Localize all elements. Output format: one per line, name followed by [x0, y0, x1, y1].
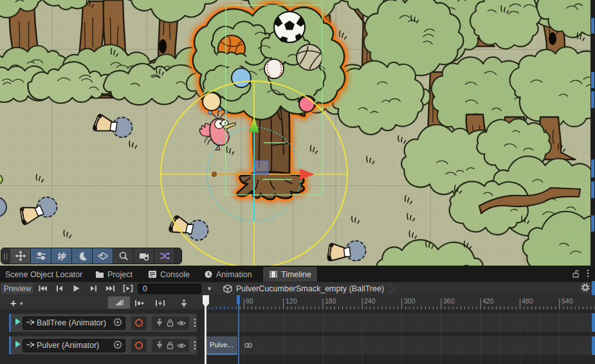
svg-text:300: 300: [404, 297, 416, 305]
svg-text:180: 180: [325, 297, 336, 305]
svg-text:420: 420: [482, 297, 494, 305]
svg-text:120: 120: [286, 297, 297, 305]
svg-text:360: 360: [443, 297, 455, 305]
svg-text:60: 60: [246, 297, 253, 305]
svg-text:240: 240: [364, 297, 376, 305]
svg-text:480: 480: [522, 297, 533, 305]
svg-text:540: 540: [562, 297, 573, 305]
